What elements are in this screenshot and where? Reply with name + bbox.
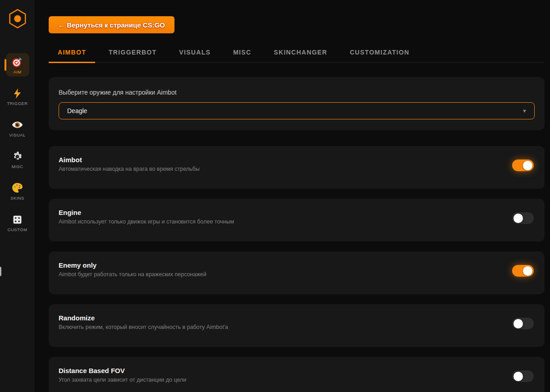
tab-aimbot[interactable]: AIMBOT (49, 45, 95, 63)
chevron-down-icon: ▼ (522, 108, 527, 114)
side-drag-handle (0, 267, 1, 276)
sidebar-item-trigger[interactable]: TRIGGER (6, 85, 29, 108)
setting-description: Угол захвата цели зависит от дистанции д… (59, 377, 186, 383)
lightning-icon (11, 87, 23, 100)
toggle-knob (513, 319, 523, 328)
toggle-knob (513, 214, 523, 223)
dice-icon (11, 214, 23, 226)
toggle-engine[interactable] (512, 212, 534, 224)
tab-misc[interactable]: MISC (224, 45, 260, 63)
setting-card-aimbot: Aimbot Автоматическая наводка на врага в… (49, 146, 545, 189)
dartboard-icon (11, 56, 23, 68)
tab-visuals[interactable]: VISUALS (170, 45, 220, 63)
sidebar-item-visual[interactable]: VISUAL (6, 116, 29, 140)
setting-text: Aimbot Автоматическая наводка на врага в… (59, 156, 200, 172)
setting-text: Engine Aimbot использует только движок и… (59, 209, 234, 225)
toggle-randomize[interactable] (512, 318, 534, 329)
toggle-enemy-only[interactable] (512, 265, 534, 277)
setting-title: Engine (59, 209, 234, 216)
setting-card-engine: Engine Aimbot использует только движок и… (49, 199, 545, 242)
sidebar-item-label: TRIGGER (7, 101, 28, 106)
tab-skinchanger[interactable]: SKINCHANGER (265, 45, 336, 63)
sidebar-item-skins[interactable]: SKINS (6, 179, 29, 203)
sidebar-item-misc[interactable]: MISC (6, 148, 29, 171)
toggle-distance-based-fov[interactable] (512, 370, 534, 382)
setting-title: Enemy only (59, 261, 206, 269)
setting-description: Aimbot будет работать только на вражески… (59, 271, 206, 278)
setting-description: Aimbot использует только движок игры и с… (59, 219, 234, 225)
tab-triggerbot[interactable]: TRIGGERBOT (100, 45, 165, 63)
eye-icon (11, 119, 23, 131)
sidebar-item-custom[interactable]: CUSTOM (6, 211, 29, 234)
setting-title: Randomize (59, 314, 228, 322)
sidebar-item-label: SKINS (10, 196, 24, 201)
toggle-knob (513, 372, 523, 381)
setting-description: Включить режим, который вносит случайнос… (59, 324, 228, 330)
app-logo (7, 8, 28, 31)
weapon-select-value: Deagle (67, 107, 87, 114)
sidebar-item-label: MISC (12, 164, 23, 169)
setting-title: Aimbot (59, 156, 200, 164)
setting-text: Distance Based FOV Угол захвата цели зав… (59, 367, 186, 383)
toggle-knob (523, 161, 532, 170)
setting-card-enemy-only: Enemy only Aimbot будет работать только … (49, 251, 545, 294)
setting-card-randomize: Randomize Включить режим, который вносит… (49, 304, 545, 347)
sidebar-item-label: CUSTOM (8, 227, 27, 232)
sidebar-item-label: AIM (13, 69, 21, 74)
sidebar-item-aim[interactable]: AIM (6, 53, 29, 77)
toggle-knob (523, 266, 532, 276)
back-to-csgo-button[interactable]: ← Вернуться к странице CS:GO (49, 16, 174, 33)
hexagon-logo-icon (7, 8, 28, 31)
weapon-select-card: Выберите оружие для настройки Aimbot Dea… (49, 77, 545, 130)
setting-title: Distance Based FOV (59, 367, 186, 374)
setting-card-distance-based-fov: Distance Based FOV Угол захвата цели зав… (49, 357, 545, 392)
weapon-select-label: Выберите оружие для настройки Aimbot (59, 89, 535, 96)
palette-icon (11, 182, 23, 194)
toggle-aimbot[interactable] (512, 160, 534, 171)
setting-text: Enemy only Aimbot будет работать только … (59, 261, 206, 278)
main-content: ← Вернуться к странице CS:GO AIMBOT TRIG… (35, 0, 550, 392)
setting-description: Автоматическая наводка на врага во время… (59, 166, 200, 172)
gear-icon (11, 150, 23, 163)
tab-customization[interactable]: CUSTOMIZATION (341, 45, 418, 63)
sidebar-nav: AIM TRIGGER VISUAL (6, 53, 29, 242)
tabs-bar: AIMBOT TRIGGERBOT VISUALS MISC SKINCHANG… (49, 45, 545, 63)
sidebar: AIM TRIGGER VISUAL (0, 0, 35, 392)
sidebar-item-label: VISUAL (9, 132, 25, 137)
weapon-select-dropdown[interactable]: Deagle ▼ (59, 102, 535, 119)
setting-text: Randomize Включить режим, который вносит… (59, 314, 228, 330)
